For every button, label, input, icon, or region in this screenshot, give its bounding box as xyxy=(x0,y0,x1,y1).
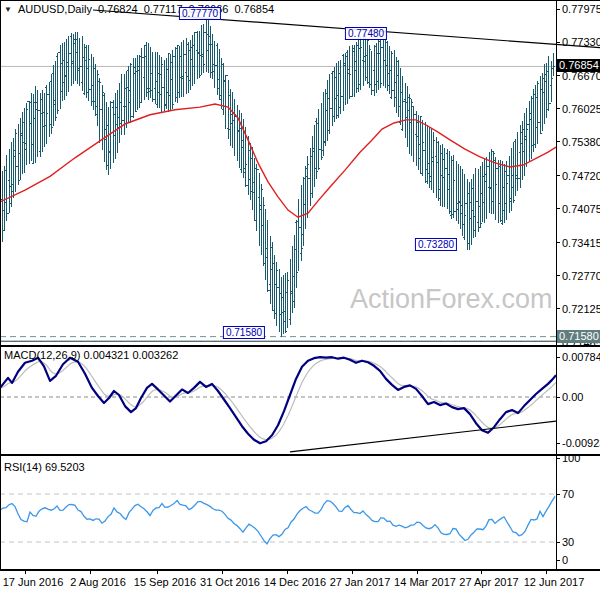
current-price-axis-label: 0.76854 xyxy=(557,59,600,72)
x-axis-date-label: 31 Oct 2016 xyxy=(200,576,260,588)
x-axis-date-label: 27 Jan 2017 xyxy=(330,576,391,588)
y-axis-price-label: 0.77975 xyxy=(562,3,600,15)
x-axis-date-label: 14 Mar 2017 xyxy=(394,576,456,588)
rsi-axis-label: 100 xyxy=(562,452,580,464)
y-axis-price-label: 0.73415 xyxy=(562,237,600,249)
macd-axis-label: 0.00 xyxy=(562,391,583,403)
x-axis-date-label: 2 Aug 2016 xyxy=(70,576,126,588)
rsi-line xyxy=(0,496,555,544)
support-price-axis-label: 0.71580 xyxy=(557,330,600,343)
price-level-label[interactable]: 0.73280 xyxy=(415,238,457,251)
y-axis-price-label: 0.75380 xyxy=(562,136,600,148)
panel-borders xyxy=(0,0,600,570)
rsi-axis-label: 70 xyxy=(562,488,574,500)
rsi-axis-label: 0 xyxy=(562,554,568,566)
price-level-label[interactable]: 0.77770 xyxy=(179,7,221,20)
chart-canvas[interactable] xyxy=(0,0,600,600)
x-axis-date-label: 15 Sep 2016 xyxy=(134,576,196,588)
x-axis-date-label: 27 Apr 2017 xyxy=(459,576,518,588)
x-axis-date-label: 17 Jun 2016 xyxy=(3,576,64,588)
macd-panel-title: MACD(12,26,9) 0.004321 0.003262 xyxy=(4,349,178,361)
macd-axis-label: -0.00923 xyxy=(562,437,600,449)
x-axis-date-label: 14 Dec 2016 xyxy=(264,576,326,588)
price-level-label[interactable]: 0.71580 xyxy=(223,326,265,339)
x-axis-date-label: 12 Jun 2017 xyxy=(524,576,585,588)
y-axis-price-label: 0.77330 xyxy=(562,36,600,48)
y-axis-price-label: 0.72125 xyxy=(562,303,600,315)
macd-rising-trendline[interactable] xyxy=(290,421,556,452)
rsi-panel-title: RSI(14) 69.5203 xyxy=(4,461,85,473)
y-axis-price-label: 0.74075 xyxy=(562,203,600,215)
macd-axis-label: 0.007848 xyxy=(562,351,600,363)
y-axis-price-label: 0.76025 xyxy=(562,103,600,115)
price-bars xyxy=(1,20,555,337)
price-level-label[interactable]: 0.77480 xyxy=(345,27,387,40)
y-axis-price-label: 0.72770 xyxy=(562,270,600,282)
y-axis-price-label: 0.74720 xyxy=(562,170,600,182)
rsi-axis-label: 30 xyxy=(562,536,574,548)
moving-average-line xyxy=(0,104,556,217)
forex-chart-window: ActionForex.com ▼AUDUSD,Daily0.768240.77… xyxy=(0,0,600,600)
